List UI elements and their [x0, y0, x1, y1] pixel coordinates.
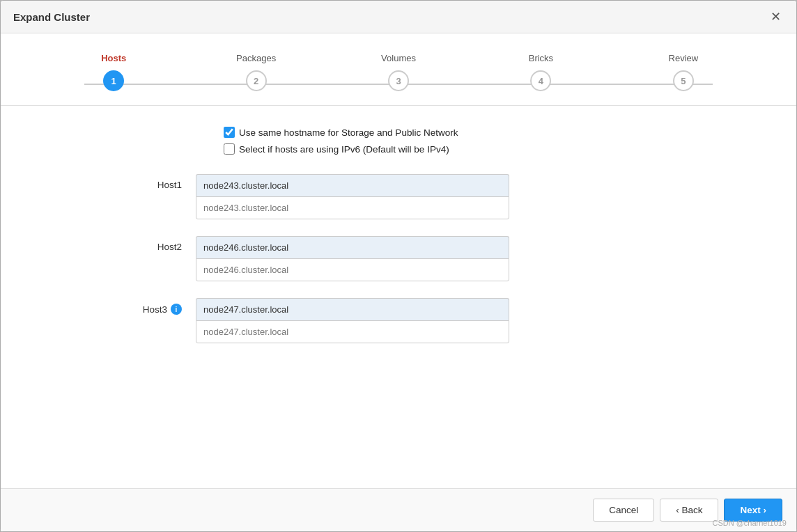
close-button[interactable]: ✕ [768, 9, 784, 24]
host2-secondary-input[interactable] [196, 258, 509, 281]
step-3-label: Volumes [381, 53, 416, 63]
host3-secondary-input[interactable] [196, 320, 509, 343]
cancel-button[interactable]: Cancel [593, 499, 654, 522]
host2-inputs [196, 236, 509, 281]
step-4: Bricks 4 [470, 53, 612, 91]
storage-hostname-checkbox[interactable] [224, 127, 235, 138]
step-4-label: Bricks [529, 53, 553, 63]
stepper: Hosts 1 Packages 2 Volumes 3 Bricks 4 Re… [42, 53, 755, 91]
dialog-content: Use same hostname for Storage and Public… [1, 106, 796, 488]
step-5-label: Review [669, 53, 699, 63]
step-2-label: Packages [236, 53, 276, 63]
expand-cluster-dialog: Expand Cluster ✕ Hosts 1 Packages 2 Volu… [0, 0, 797, 532]
host2-row: Host2 [42, 236, 755, 281]
host1-row: Host1 [42, 174, 755, 219]
step-5: Review 5 [612, 53, 755, 91]
host3-row: Host3 i [42, 298, 755, 343]
watermark: CSDN @charnet1019 [712, 519, 787, 527]
ipv6-checkbox[interactable] [224, 143, 235, 155]
host3-primary-input[interactable] [196, 298, 509, 320]
step-3: Volumes 3 [327, 53, 470, 91]
stepper-area: Hosts 1 Packages 2 Volumes 3 Bricks 4 Re… [1, 33, 796, 106]
dialog-header: Expand Cluster ✕ [1, 1, 796, 33]
host3-info-icon[interactable]: i [171, 304, 182, 315]
step-1-label: Hosts [101, 53, 126, 63]
storage-checkbox-row: Use same hostname for Storage and Public… [224, 127, 755, 138]
step-1-circle: 1 [103, 70, 124, 91]
ipv6-checkbox-label: Select if hosts are using IPv6 (Default … [239, 144, 449, 155]
host1-inputs [196, 174, 509, 219]
step-3-circle: 3 [388, 70, 409, 91]
host1-primary-input[interactable] [196, 174, 509, 196]
step-5-circle: 5 [673, 70, 694, 91]
step-2: Packages 2 [185, 53, 327, 91]
step-4-circle: 4 [530, 70, 551, 91]
dialog-footer: Cancel ‹ Back Next › [1, 488, 796, 531]
host2-primary-input[interactable] [196, 236, 509, 258]
host3-label: Host3 i [42, 298, 196, 315]
host1-secondary-input[interactable] [196, 196, 509, 219]
checkboxes-section: Use same hostname for Storage and Public… [224, 127, 755, 155]
ipv6-checkbox-row: Select if hosts are using IPv6 (Default … [224, 143, 755, 155]
host3-inputs [196, 298, 509, 343]
storage-checkbox-label: Use same hostname for Storage and Public… [239, 127, 458, 138]
host2-label: Host2 [42, 236, 196, 252]
back-button[interactable]: ‹ Back [660, 499, 718, 522]
step-2-circle: 2 [246, 70, 267, 91]
dialog-title: Expand Cluster [13, 11, 90, 23]
host1-label: Host1 [42, 174, 196, 190]
step-1: Hosts 1 [42, 53, 185, 91]
